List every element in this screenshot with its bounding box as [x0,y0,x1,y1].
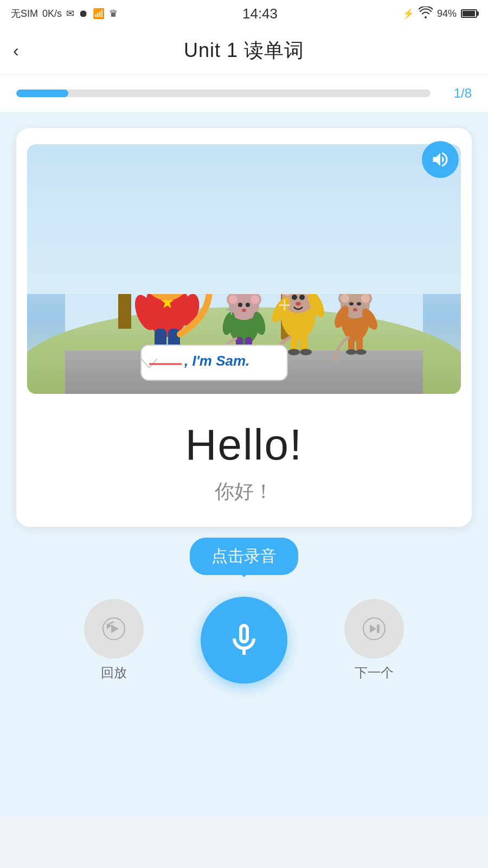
progress-bar-track [16,90,431,97]
svg-point-48 [242,309,246,312]
next-label: 下一个 [355,664,394,681]
signal-icon: 📶 [93,8,105,20]
progress-label: 1/8 [439,86,472,101]
time-label: 14:43 [242,5,278,22]
svg-rect-53 [300,331,307,352]
svg-point-47 [246,303,250,307]
svg-text:, I'm Sam.: , I'm Sam. [184,353,249,369]
progress-bar-fill [16,90,68,97]
mail-icon: ✉ [66,8,74,20]
status-left: 无SIM 0K/s ✉ ⏺ 📶 ♛ [11,7,118,20]
svg-point-75 [361,294,370,303]
progress-area: 1/8 [0,75,488,112]
record-tooltip-area: 点击录音 [16,538,472,575]
microphone-button[interactable] [201,597,287,684]
record-icon: ⏺ [79,8,88,20]
bluetooth-icon: ⚡ [402,8,414,20]
status-bar: 无SIM 0K/s ✉ ⏺ 📶 ♛ 14:43 ⚡ 94% [0,0,488,27]
page-title: Unit 1 读单词 [184,37,304,64]
sky-bg [27,144,461,294]
svg-rect-93 [377,624,380,633]
speaker-icon [431,150,450,169]
next-circle [344,599,404,659]
svg-point-78 [353,308,357,311]
illustration: + + , I'm Sam. [27,144,461,394]
svg-rect-52 [290,331,298,352]
svg-point-45 [251,295,259,304]
bottom-controls: 回放 下一个 [16,580,472,711]
sound-button[interactable] [422,141,459,178]
svg-point-55 [300,349,312,355]
mic-circle [201,597,287,684]
crown-icon: ♛ [109,8,118,20]
main-content: + + , I'm Sam. Hello! 你好！ 点击录音 [0,112,488,817]
svg-rect-68 [356,334,363,352]
playback-label: 回放 [101,664,127,681]
svg-marker-92 [370,624,376,633]
wifi-icon [419,7,433,21]
word-section: Hello! 你好！ [27,394,461,516]
next-control: 下一个 [320,599,428,681]
carrier-label: 无SIM [11,7,38,20]
microphone-icon [224,621,264,660]
battery-icon [461,9,477,18]
battery-percentage: 94% [437,8,457,20]
svg-point-54 [288,349,300,355]
svg-text:+: + [278,293,291,317]
network-speed: 0K/s [42,8,62,20]
word-english: Hello! [38,420,450,470]
svg-point-62 [299,295,305,300]
next-button[interactable]: 下一个 [344,599,404,681]
svg-point-77 [357,302,361,305]
tooltip-bubble: 点击录音 [190,538,298,575]
flash-card: + + , I'm Sam. Hello! 你好！ [16,128,472,527]
playback-circle [84,599,144,659]
playback-control: 回放 [60,599,168,681]
svg-text:+: + [225,297,237,321]
svg-point-61 [292,295,297,300]
playback-button[interactable]: 回放 [84,599,144,681]
svg-point-70 [356,349,367,355]
page-header: ‹ Unit 1 读单词 [0,27,488,75]
svg-point-46 [238,303,242,307]
next-icon [362,617,386,641]
svg-marker-89 [111,624,119,633]
replay-icon [102,617,126,641]
svg-point-74 [341,294,349,303]
back-button[interactable]: ‹ [13,41,19,61]
svg-point-63 [296,302,301,306]
svg-point-76 [349,302,354,305]
status-right: ⚡ 94% [402,7,477,21]
word-chinese: 你好！ [38,478,450,505]
svg-point-69 [346,349,357,355]
